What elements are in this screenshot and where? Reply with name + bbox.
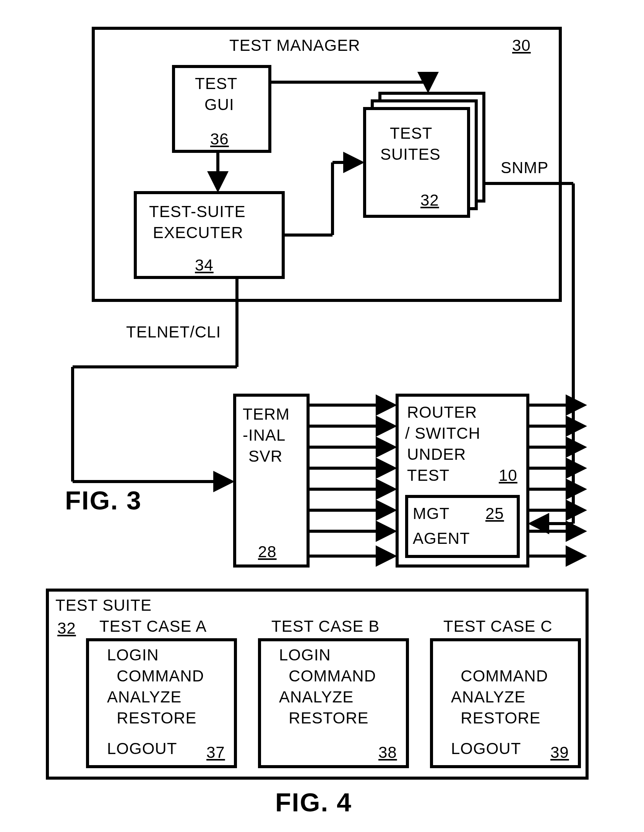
- router-line4: TEST: [407, 466, 449, 485]
- case-a-line-2: ANALYZE: [107, 688, 182, 706]
- case-b-title: TEST CASE B: [271, 617, 380, 636]
- test-gui-line1: TEST: [195, 75, 237, 93]
- executer-num: 34: [195, 256, 214, 274]
- term-line1: TERM: [243, 405, 290, 423]
- snmp-label: SNMP: [501, 159, 548, 177]
- executer-line1: TEST-SUITE: [149, 203, 246, 221]
- test-gui-line2: GUI: [204, 96, 234, 114]
- router-num: 10: [499, 466, 517, 485]
- router-line1: ROUTER: [407, 403, 477, 422]
- diagram-container: TEST MANAGER 30 TEST GUI 36 TEST SUITES …: [23, 15, 621, 817]
- case-b-num: 38: [378, 743, 397, 762]
- case-a-line-3: RESTORE: [107, 709, 197, 727]
- mgt-line1: MGT: [413, 504, 449, 523]
- test-suites-num: 32: [420, 191, 439, 209]
- test-gui-num: 36: [210, 130, 229, 148]
- case-c-line-4: LOGOUT: [451, 740, 521, 758]
- mgt-line2: AGENT: [413, 529, 470, 548]
- test-manager-title: TEST MANAGER: [229, 36, 360, 55]
- test-manager-num: 30: [512, 36, 531, 55]
- executer-line2: EXECUTER: [153, 224, 243, 242]
- term-num: 28: [258, 543, 277, 561]
- case-c-line-2: ANALYZE: [451, 688, 526, 706]
- test-suite-num: 32: [57, 619, 76, 637]
- case-c-num: 39: [550, 743, 569, 762]
- case-a-num: 37: [206, 743, 225, 762]
- fig4-label: FIG. 4: [275, 787, 352, 817]
- test-suites-line1: TEST: [390, 124, 432, 143]
- router-line3: UNDER: [407, 445, 466, 464]
- case-b-line-0: LOGIN: [279, 646, 331, 664]
- case-a-title: TEST CASE A: [99, 617, 207, 636]
- test-suite-title: TEST SUITE: [55, 596, 152, 615]
- case-b-line-1: COMMAND: [279, 667, 376, 685]
- term-line2: -INAL: [243, 426, 286, 444]
- case-b-line-2: ANALYZE: [279, 688, 354, 706]
- case-c-line-1: COMMAND: [451, 667, 548, 685]
- case-c-title: TEST CASE C: [443, 617, 553, 636]
- mgt-agent-num: 25: [485, 504, 504, 523]
- case-a-line-0: LOGIN: [107, 646, 159, 664]
- term-line3: SVR: [248, 447, 282, 465]
- case-c-line-3: RESTORE: [451, 709, 541, 727]
- router-line2: / SWITCH: [405, 424, 480, 443]
- telnet-label: TELNET/CLI: [126, 323, 221, 341]
- case-a-line-4: LOGOUT: [107, 740, 177, 758]
- case-b-line-3: RESTORE: [279, 709, 369, 727]
- test-suites-line2: SUITES: [380, 145, 441, 164]
- case-a-line-1: COMMAND: [107, 667, 204, 685]
- fig3-label: FIG. 3: [65, 485, 142, 515]
